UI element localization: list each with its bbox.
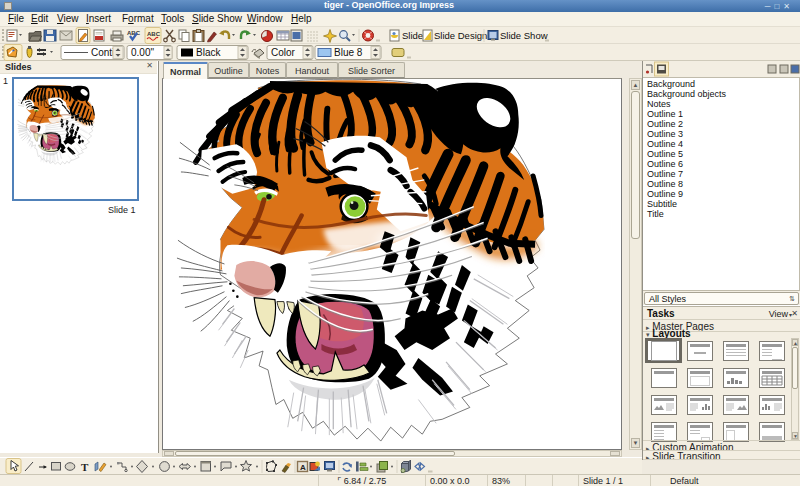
svg-text:Black: Black [196, 47, 221, 58]
svg-text:Blue 8: Blue 8 [334, 47, 363, 58]
svg-text:0.00": 0.00" [131, 47, 154, 58]
svg-text:Slide Design: Slide Design [434, 30, 487, 41]
svg-text:Slide: Slide [402, 30, 423, 41]
svg-text:A: A [300, 463, 306, 472]
svg-text:Conti: Conti [91, 47, 114, 58]
svg-text:Slide Show: Slide Show [500, 30, 548, 41]
svg-text:Color: Color [271, 47, 296, 58]
svg-text:T: T [81, 461, 89, 473]
svg-text:ABC: ABC [147, 31, 161, 37]
svg-text:ABC: ABC [127, 30, 141, 36]
